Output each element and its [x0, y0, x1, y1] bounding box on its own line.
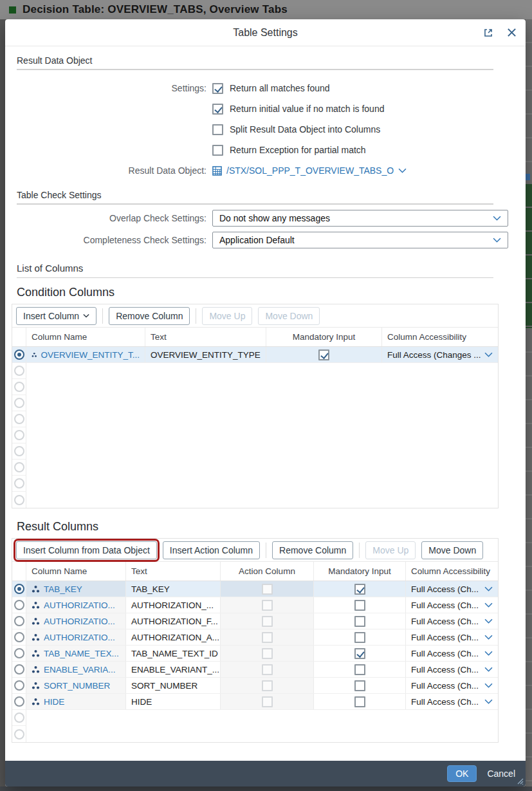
row-radio[interactable]: [14, 600, 24, 610]
overlap-check-select[interactable]: Do not show any messages: [212, 210, 508, 227]
ok-button[interactable]: OK: [447, 765, 477, 782]
accessibility-select[interactable]: Full Access (Ch...: [406, 694, 498, 709]
row-radio: [14, 729, 24, 740]
mandatory-checkbox[interactable]: [354, 664, 365, 675]
chevron-down-icon: [484, 651, 493, 656]
chevron-down-icon: [484, 586, 493, 591]
row-radio[interactable]: [14, 664, 24, 675]
mandatory-checkbox[interactable]: [354, 600, 365, 611]
column-name-link[interactable]: ENABLE_VARIA...: [26, 662, 126, 677]
column-text: AUTHORIZATION_F...: [126, 613, 221, 629]
insert-action-column-button[interactable]: Insert Action Column: [163, 541, 260, 559]
insert-column-button[interactable]: Insert Column: [16, 307, 96, 325]
mandatory-checkbox[interactable]: [354, 616, 365, 627]
tree-icon: [32, 351, 37, 359]
checkbox-label: Return Exception for partial match: [230, 145, 366, 155]
action-checkbox: [262, 680, 273, 691]
mandatory-checkbox[interactable]: [354, 696, 365, 707]
tree-icon: [32, 601, 40, 610]
chevron-down-icon: [484, 602, 493, 608]
chevron-down-icon: [484, 699, 493, 704]
accessibility-select[interactable]: Full Access (Ch...: [406, 581, 498, 597]
checkbox-return-initial-value[interactable]: [212, 104, 223, 115]
mandatory-checkbox[interactable]: [354, 584, 365, 595]
dialog-body: Result Data Object Settings: Return all …: [5, 46, 526, 761]
checkbox-return-exception[interactable]: [212, 145, 223, 156]
chevron-down-icon: [493, 216, 501, 221]
header-text: Text: [145, 328, 266, 346]
column-name-link[interactable]: TAB_KEY: [26, 581, 126, 597]
header-mandatory-input: Mandatory Input: [314, 562, 406, 581]
row-radio: [14, 712, 24, 723]
overlap-check-value: Do not show any messages: [219, 213, 330, 223]
remove-column-button[interactable]: Remove Column: [109, 307, 190, 325]
page-title: Decision Table: OVERVIEW_TABS, Overview …: [23, 3, 288, 16]
tree-icon: [32, 665, 40, 674]
cancel-button[interactable]: Cancel: [487, 768, 515, 779]
mandatory-checkbox[interactable]: [354, 632, 365, 643]
row-radio[interactable]: [14, 584, 24, 594]
chevron-down-icon: [484, 619, 493, 624]
insert-column-from-data-object-button[interactable]: Insert Column from Data Object: [16, 541, 157, 559]
empty-row: [12, 427, 498, 443]
column-name-link[interactable]: OVERVIEW_ENTITY_T...: [26, 347, 145, 362]
mandatory-checkbox[interactable]: [354, 680, 365, 691]
toolbar-separator: [196, 308, 196, 324]
accessibility-select[interactable]: Full Access (Ch...: [406, 613, 498, 629]
move-down-button[interactable]: Move Down: [421, 541, 483, 559]
checkbox-split-result-object[interactable]: [212, 124, 223, 135]
action-checkbox: [262, 648, 273, 659]
accessibility-select[interactable]: Full Access (Ch...: [406, 597, 498, 613]
section-divider: [17, 277, 493, 278]
column-text: ENABLE_VARIANT_...: [126, 662, 221, 677]
mandatory-checkbox[interactable]: [354, 648, 365, 659]
result-table-row: HIDE HIDE Full Access (Ch...: [12, 694, 498, 710]
row-radio[interactable]: [14, 648, 24, 658]
empty-row: [12, 492, 498, 508]
section-list-of-columns: List of Columns: [17, 263, 493, 278]
close-icon[interactable]: [507, 28, 517, 37]
accessibility-select[interactable]: Full Access (Ch...: [406, 662, 498, 677]
row-radio[interactable]: [14, 680, 24, 691]
completeness-check-select[interactable]: Application Default: [212, 232, 508, 248]
column-text: OVERVIEW_ENTITY_TYPE: [145, 347, 266, 362]
remove-column-button[interactable]: Remove Column: [272, 541, 353, 559]
dialog-footer: OK Cancel: [5, 761, 526, 786]
column-name-link[interactable]: AUTHORIZATIO...: [26, 597, 126, 613]
column-name-link[interactable]: AUTHORIZATIO...: [26, 613, 126, 629]
toolbar-separator: [102, 308, 103, 324]
resize-grip[interactable]: [516, 777, 524, 785]
accessibility-select[interactable]: Full Access (Ch...: [406, 646, 498, 661]
row-radio[interactable]: [14, 632, 24, 642]
row-radio[interactable]: [14, 616, 24, 626]
action-checkbox: [262, 584, 273, 595]
column-name-link[interactable]: SORT_NUMBER: [26, 678, 126, 693]
chevron-down-icon: [493, 237, 501, 243]
header-column-name: Column Name: [26, 562, 126, 581]
row-radio[interactable]: [14, 349, 24, 360]
empty-row: [12, 726, 498, 742]
mandatory-checkbox[interactable]: [318, 349, 329, 360]
checkbox-return-all-matches[interactable]: [212, 83, 223, 94]
background-page-header: Decision Table: OVERVIEW_TABS, Overview …: [0, 0, 532, 19]
chevron-down-icon: [484, 683, 493, 688]
accessibility-select[interactable]: Full Access (Ch...: [406, 678, 498, 693]
toolbar-separator: [266, 543, 266, 558]
column-name-link[interactable]: AUTHORIZATIO...: [26, 629, 126, 645]
result-data-object-link[interactable]: /STX/SOL_PPP_T_OVERVIEW_TABS_O: [212, 165, 407, 176]
column-text: TAB_NAME_TEXT_ID: [126, 646, 221, 661]
row-radio[interactable]: [14, 696, 24, 707]
action-checkbox: [262, 616, 273, 627]
column-name-link[interactable]: HIDE: [26, 694, 126, 709]
settings-row-2: Return initial value if no match is foun…: [17, 98, 493, 119]
accessibility-select[interactable]: Full Access (Ch...: [406, 629, 498, 645]
accessibility-select[interactable]: Full Access (Changes ...: [382, 347, 498, 362]
empty-row: [12, 395, 498, 411]
maximize-icon[interactable]: [482, 27, 494, 39]
column-name-link[interactable]: TAB_NAME_TEX...: [26, 646, 126, 661]
row-radio: [14, 430, 24, 440]
section-result-data-object: Result Data Object Settings: Return all …: [17, 46, 493, 181]
row-radio: [14, 446, 24, 456]
section-divider: [17, 69, 493, 70]
chevron-down-icon: [398, 168, 407, 173]
